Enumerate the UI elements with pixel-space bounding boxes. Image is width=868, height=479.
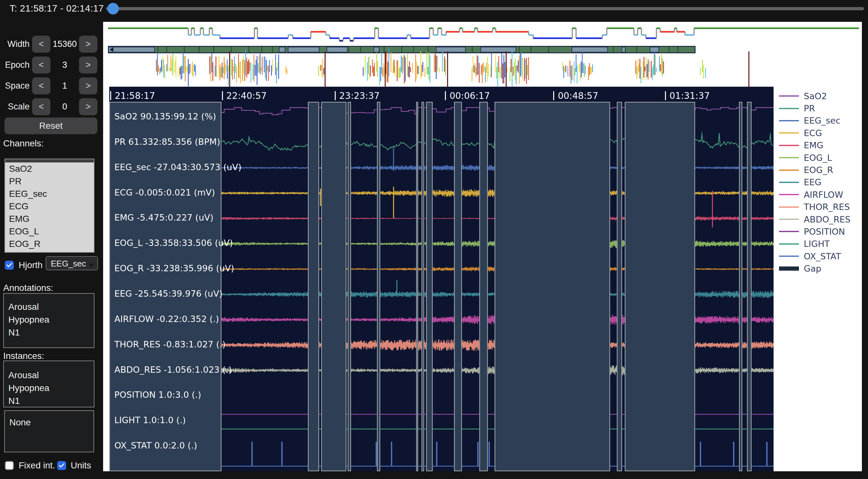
time-tick-mark — [553, 91, 554, 100]
time-tick-mark — [222, 91, 223, 100]
channel-label-thor_res: THOR_RES -0.83:1.027 (.) — [114, 339, 225, 349]
legend-swatch-eeg — [779, 182, 799, 183]
legend-label: AIRFLOW — [804, 190, 843, 200]
legend-item-gap: Gap — [779, 262, 851, 275]
app-window: T: 21:58:17 - 02:14:17 Width<15360>Epoch… — [0, 0, 868, 479]
units-label: Units — [71, 461, 91, 470]
instances-listbox[interactable]: ArousalHypopneaN1 — [3, 360, 94, 407]
legend-item-eeg: EEG — [779, 176, 851, 188]
channel-option-eog_r[interactable]: EOG_R — [5, 237, 94, 250]
legend-item-abdo_res: ABDO_RES — [779, 213, 851, 225]
time-tick-mark — [445, 91, 446, 100]
legend-label: ECG — [804, 128, 822, 138]
epoch-increment-button[interactable]: > — [79, 57, 97, 73]
scale-label: Scale — [0, 98, 30, 116]
time-tick-mark — [665, 91, 666, 100]
figure-area: 21:58:1722:40:5723:23:3700:06:1700:48:57… — [103, 22, 862, 471]
channels-listbox[interactable]: SaO2PREEG_secECGEMGEOG_LEOG_R — [4, 159, 94, 253]
width-label: Width — [0, 35, 30, 53]
legend-item-light: LIGHT — [779, 238, 851, 250]
width-decrement-button[interactable]: < — [32, 36, 51, 53]
time-tick-0: 21:58:17 — [110, 91, 155, 101]
chevron-down-icon — [89, 262, 94, 265]
channel-option-pr[interactable]: PR — [5, 175, 94, 188]
epoch-decrement-button[interactable]: < — [32, 57, 51, 73]
legend-swatch-light — [779, 243, 799, 245]
channel-option-emg[interactable]: EMG — [5, 213, 94, 225]
annotation-option-arousal[interactable]: Arousal — [4, 300, 94, 313]
legend-swatch-eeg_sec — [779, 120, 799, 121]
units-checkbox[interactable] — [57, 461, 66, 470]
overview-hypnogram-canvas[interactable] — [108, 26, 859, 87]
legend-swatch-emg — [779, 145, 799, 146]
space-increment-button[interactable]: > — [79, 77, 97, 94]
channel-option-ecg[interactable]: ECG — [5, 200, 94, 213]
legend-item-ecg: ECG — [779, 127, 851, 139]
legend-swatch-sao2 — [779, 95, 799, 97]
space-label: Space — [0, 77, 30, 95]
legend-item-sao2: SaO2 — [779, 90, 851, 102]
channels-label: Channels: — [3, 138, 44, 149]
channel-label-eog_r: EOG_R -33.238:35.996 (uV) — [114, 263, 234, 273]
channel-label-ecg: ECG -0.005:0.021 (mV) — [114, 188, 215, 197]
legend-label: POSITION — [804, 227, 845, 236]
annotation-option-hypopnea[interactable]: Hypopnea — [4, 313, 94, 326]
space-value: 1 — [51, 77, 79, 95]
width-increment-button[interactable]: > — [79, 36, 97, 53]
legend-label: EEG_sec — [804, 116, 840, 126]
legend-label: EEG — [804, 177, 822, 187]
reset-button[interactable]: Reset — [4, 118, 97, 134]
space-decrement-button[interactable]: < — [32, 77, 51, 94]
legend-item-eog_l: EOG_L — [779, 152, 851, 164]
time-slider-track[interactable] — [106, 7, 864, 10]
legend-swatch-eog_l — [779, 157, 799, 158]
channel-label-airflow: AIRFLOW -0.22:0.352 (.) — [114, 314, 219, 324]
hjorth-label: Hjorth — [19, 261, 43, 270]
hjorth-channel-select[interactable]: EEG_sec — [45, 256, 98, 270]
fixed-interval-label: Fixed int. — [19, 461, 55, 470]
channel-label-eog_l: EOG_L -33.358:33.506 (uV) — [114, 238, 233, 248]
legend-label: LIGHT — [804, 239, 830, 249]
time-tick-mark — [110, 91, 111, 100]
fixed-interval-checkbox[interactable] — [5, 461, 14, 470]
channel-label-position: POSITION 1.0:3.0 (.) — [114, 390, 201, 400]
channels-scrollbar[interactable] — [5, 159, 94, 162]
legend-label: SaO2 — [804, 91, 827, 101]
legend-swatch-gap — [779, 266, 799, 270]
annotations-listbox[interactable]: ArousalHypopneaN1 — [3, 293, 94, 348]
channel-option-sao2[interactable]: SaO2 — [5, 162, 94, 175]
width-control-row: Width<15360> — [0, 35, 103, 53]
legend-swatch-thor_res — [779, 206, 799, 208]
hjorth-selected-value: EEG_sec — [51, 259, 86, 269]
time-tick-text: 23:23:37 — [339, 91, 380, 101]
legend-label: PR — [804, 103, 815, 113]
instance-option-arousal[interactable]: Arousal — [4, 369, 94, 382]
signal-plot-area[interactable]: 21:58:1722:40:5723:23:3700:06:1700:48:57… — [109, 87, 774, 471]
sidebar: Width<15360>Epoch<3>Space<1>Scale<0> Res… — [0, 11, 103, 479]
channel-option-eeg_sec[interactable]: EEG_sec — [5, 188, 94, 200]
plot-legend: SaO2PREEG_secECGEMGEOG_LEOG_REEGAIRFLOWT… — [779, 90, 851, 275]
time-slider-thumb[interactable] — [107, 3, 119, 14]
hjorth-checkbox[interactable] — [5, 261, 14, 270]
scale-increment-button[interactable]: > — [79, 98, 97, 115]
instance-secondary-option-none[interactable]: None — [5, 416, 93, 429]
time-tick-text: 00:06:17 — [450, 91, 490, 101]
instance-option-hypopnea[interactable]: Hypopnea — [4, 382, 94, 394]
legend-item-position: POSITION — [779, 225, 851, 237]
legend-label: OX_STAT — [804, 251, 841, 261]
annotations-label: Annotations: — [3, 283, 53, 293]
time-tick-text: 00:48:57 — [558, 91, 598, 101]
scale-value: 0 — [51, 98, 79, 116]
time-tick-1: 22:40:57 — [222, 91, 267, 101]
channel-label-abdo_res: ABDO_RES -1.056:1.023 (.) — [114, 365, 232, 375]
legend-label: Gap — [804, 263, 822, 274]
legend-swatch-airflow — [779, 194, 799, 195]
epoch-value: 3 — [51, 56, 79, 74]
channel-option-eog_l[interactable]: EOG_L — [5, 225, 94, 237]
legend-label: EOG_L — [804, 153, 832, 163]
instances-secondary-listbox[interactable]: None — [4, 410, 94, 452]
scale-decrement-button[interactable]: < — [32, 98, 51, 115]
annotation-option-n1[interactable]: N1 — [4, 326, 94, 339]
instance-option-n1[interactable]: N1 — [4, 394, 94, 407]
epoch-control-row: Epoch<3> — [0, 56, 103, 74]
